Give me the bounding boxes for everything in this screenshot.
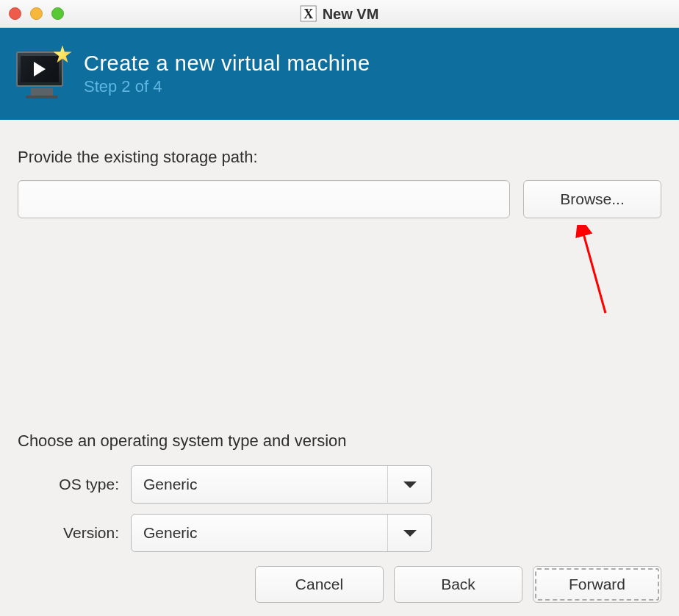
back-button[interactable]: Back	[394, 566, 522, 603]
page-step: Step 2 of 4	[84, 77, 370, 96]
chevron-down-icon	[387, 515, 431, 551]
new-vm-icon	[16, 49, 68, 100]
storage-path-label: Provide the existing storage path:	[18, 148, 661, 167]
forward-button[interactable]: Forward	[533, 566, 661, 603]
footer-buttons: Cancel Back Forward	[0, 563, 679, 616]
cancel-button[interactable]: Cancel	[255, 566, 384, 603]
storage-path-row: Browse...	[18, 180, 661, 218]
titlebar: X New VM	[0, 0, 679, 28]
storage-path-input[interactable]	[18, 180, 510, 218]
version-label: Version:	[18, 524, 131, 542]
window-title: New VM	[323, 5, 379, 22]
header-banner: Create a new virtual machine Step 2 of 4	[0, 28, 679, 120]
minimize-window-button[interactable]	[30, 7, 43, 20]
version-combo[interactable]: Generic	[131, 514, 432, 552]
os-type-row: OS type: Generic	[18, 465, 661, 504]
page-title: Create a new virtual machine	[84, 51, 370, 76]
version-value: Generic	[132, 524, 387, 542]
content-area: Provide the existing storage path: Brows…	[0, 120, 679, 552]
window-controls	[9, 7, 64, 20]
x11-icon-label: X	[303, 6, 313, 21]
os-type-label: OS type:	[18, 476, 131, 493]
os-type-combo[interactable]: Generic	[131, 465, 432, 504]
x11-app-icon: X	[301, 6, 317, 22]
close-window-button[interactable]	[9, 7, 21, 20]
browse-button[interactable]: Browse...	[523, 180, 661, 218]
maximize-window-button[interactable]	[51, 7, 64, 20]
version-row: Version: Generic	[18, 514, 661, 552]
window-title-group: X New VM	[301, 5, 379, 22]
os-type-value: Generic	[132, 476, 387, 493]
chevron-down-icon	[387, 466, 431, 503]
os-section-label: Choose an operating system type and vers…	[18, 431, 661, 451]
